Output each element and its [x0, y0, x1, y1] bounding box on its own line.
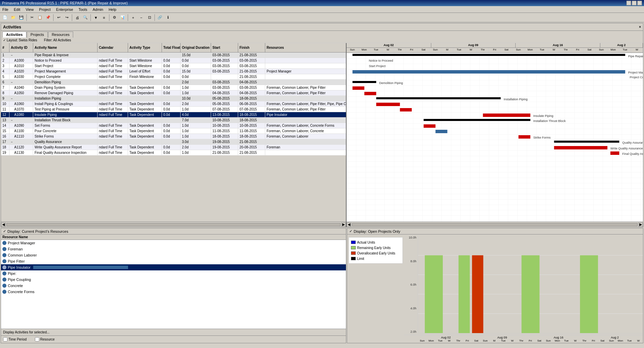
toolbar-info-btn[interactable]: ℹ	[164, 14, 172, 21]
menu-file[interactable]: File	[1, 7, 9, 12]
table-row[interactable]: 13 − Installation Thrust Block 7.0d 10-0…	[1, 118, 346, 123]
table-row[interactable]: 17 − Quality Assurance 3.0d 19-08-2015 2…	[1, 139, 346, 145]
scroll-left-btn[interactable]: ◀	[1, 223, 6, 227]
toolbar-schedule-btn[interactable]: ⚙	[111, 14, 118, 21]
maximize-button[interactable]: □	[632, 1, 637, 5]
cell-name: Pipe Repair & Improve	[33, 53, 98, 58]
gantt-h-scrollbar[interactable]: ◀ ▶	[347, 222, 643, 227]
list-item[interactable]: Pipe Insulator	[1, 264, 346, 270]
list-item[interactable]: Concrete Forms	[1, 289, 346, 295]
table-row[interactable]: 3 A1010 Start Project ndard Full Time St…	[1, 63, 346, 69]
toolbar-zoom-fit-btn[interactable]: ⊡	[146, 14, 153, 21]
list-item[interactable]: Pipe Fitter	[1, 258, 346, 264]
menu-help[interactable]: Help	[108, 7, 118, 12]
cell-finish: 18-08-2015	[238, 96, 265, 101]
table-row[interactable]: 10 A1060 Install Piping & Couplings ndar…	[1, 101, 346, 107]
tab-projects[interactable]: Projects	[27, 32, 48, 38]
gantt-scroll-track[interactable]	[352, 223, 638, 226]
toolbar-open-btn[interactable]: 📁	[9, 14, 17, 21]
gantt-label-3: Start Project	[369, 64, 386, 68]
menu-tools[interactable]: Tools	[78, 7, 88, 12]
table-row[interactable]: 1 − Pipe Repair & Improve 15.0d 03-08-20…	[1, 53, 346, 58]
minimize-button[interactable]: −	[626, 1, 631, 5]
menu-view[interactable]: View	[25, 7, 35, 12]
list-item[interactable]: Project Manager	[1, 240, 346, 246]
toolbar-zoom-out-btn[interactable]: −	[138, 14, 145, 21]
table-row[interactable]: 12 A1080 Insulate Piping ndard Full Time…	[1, 112, 346, 118]
close-window-button[interactable]: ×	[637, 1, 642, 5]
gantt-day: Thr	[560, 48, 572, 53]
tab-activities[interactable]: Activities	[2, 32, 26, 38]
gantt-day-headers: Sun Mon Tue W Thr Fri Sat Sun M Tue W Th…	[347, 48, 643, 53]
table-row[interactable]: 7 A1040 Drain Piping System ndard Full T…	[1, 85, 346, 90]
time-period-checkbox-label[interactable]: Time Period	[3, 337, 27, 342]
menu-enterprise[interactable]: Enterprise	[55, 7, 74, 12]
scroll-track[interactable]	[6, 223, 340, 226]
cell-calendar: ndard Full Time	[98, 145, 128, 150]
scroll-right-btn[interactable]: ▶	[341, 223, 346, 227]
table-row[interactable]: 5 A1030 Project Complete ndard Full Time…	[1, 74, 346, 80]
toolbar-paste-btn[interactable]: 📌	[44, 14, 52, 21]
toolbar-cut-btn[interactable]: ✂	[28, 14, 36, 21]
table-row[interactable]: 9 − Installation Piping 10.0d 05-08-2015…	[1, 96, 346, 101]
toolbar-new-btn[interactable]: 📄	[1, 14, 9, 21]
cell-finish: 03-08-2015	[238, 58, 265, 63]
panel-close-button[interactable]: ×	[639, 25, 641, 29]
toolbar-preview-btn[interactable]: 🔍	[82, 14, 89, 21]
resource-checkbox-label[interactable]: Resource	[35, 337, 55, 342]
resource-checkbox[interactable]	[35, 337, 39, 342]
menu-project[interactable]: Project	[38, 7, 51, 12]
table-row[interactable]: 6 − Demolition Piping 2.0d 03-08-2015 04…	[1, 80, 346, 85]
toolbar-undo-btn[interactable]: ↩	[55, 14, 62, 21]
toolbar-save-btn[interactable]: 💾	[18, 14, 25, 21]
toolbar-print-btn[interactable]: 🖨	[74, 14, 81, 21]
table-row[interactable]: 18 A1120 Write Quality Assurance Report …	[1, 145, 346, 150]
resource-icon	[2, 271, 6, 275]
menu-admin[interactable]: Admin	[91, 7, 104, 12]
list-item[interactable]: Pipe:	[1, 270, 346, 277]
gantt-bar-summary-1	[353, 54, 625, 56]
time-period-checkbox[interactable]	[3, 337, 7, 342]
toolbar-level-btn[interactable]: 📊	[119, 14, 126, 21]
y-axis-label: 6.0h	[410, 283, 416, 286]
toolbar-filter-btn[interactable]: ▼	[92, 14, 100, 21]
cell-id: −	[9, 139, 33, 144]
table-row[interactable]: 8 A1050 Remove Damaged Piping ndard Full…	[1, 90, 346, 96]
table-row[interactable]: 19 A1130 Final Quality Assurance Inspect…	[1, 150, 346, 156]
table-row[interactable]: 15 A1100 Pour Concrete ndard Full Time T…	[1, 128, 346, 134]
cell-duration: 1.0d	[181, 150, 211, 155]
toolbar-group-btn[interactable]: ≡	[100, 14, 108, 21]
x-axis-month-label: Aug 02	[418, 336, 474, 339]
x-day-label: Tue	[625, 339, 634, 342]
resource-usage-bar	[33, 266, 128, 269]
legend-label-limit: Limit	[357, 257, 364, 261]
table-row[interactable]: 11 A1070 Test Piping at Pressure ndard F…	[1, 107, 346, 112]
y-axis-label: 2.0h	[410, 330, 416, 333]
tab-resources[interactable]: Resources	[48, 32, 74, 38]
list-item[interactable]: Concrete	[1, 283, 346, 289]
toolbar-copy-btn[interactable]: 📋	[36, 14, 44, 21]
x-day-label: Thr	[580, 339, 589, 342]
list-item[interactable]: Foreman	[1, 246, 346, 252]
cell-finish: 10-08-2015	[238, 123, 265, 128]
cell-calendar: ndard Full Time	[98, 69, 128, 74]
grid-h-scrollbar[interactable]: ◀ ▶	[1, 222, 346, 227]
x-day-label: W	[634, 339, 643, 342]
cell-num: 9	[1, 96, 9, 101]
table-row[interactable]: 14 A1090 Set Forms ndard Full Time Task …	[1, 123, 346, 128]
table-row[interactable]: 16 A1110 Strike Forms ndard Full Time Ta…	[1, 134, 346, 139]
cell-type: Task Dependent	[128, 107, 162, 112]
gantt-scroll-left-btn[interactable]: ◀	[347, 223, 351, 227]
menu-edit[interactable]: Edit	[13, 7, 21, 12]
list-item[interactable]: Common Laborer	[1, 252, 346, 258]
toolbar-link-btn[interactable]: 🔗	[156, 14, 164, 21]
gantt-scroll-right-btn[interactable]: ▶	[638, 223, 643, 227]
table-row[interactable]: 2 A1000 Notice to Proceed ndard Full Tim…	[1, 58, 346, 63]
cell-calendar: ndard Full Time	[98, 134, 128, 139]
list-item[interactable]: Pipe Coupling	[1, 277, 346, 283]
table-row[interactable]: 4 A1020 Project Management ndard Full Ti…	[1, 69, 346, 74]
cell-start: 03-08-2015	[211, 58, 238, 63]
toolbar-zoom-in-btn[interactable]: +	[129, 14, 137, 21]
cell-id: A1020	[9, 69, 33, 74]
toolbar-redo-btn[interactable]: ↪	[63, 14, 70, 21]
